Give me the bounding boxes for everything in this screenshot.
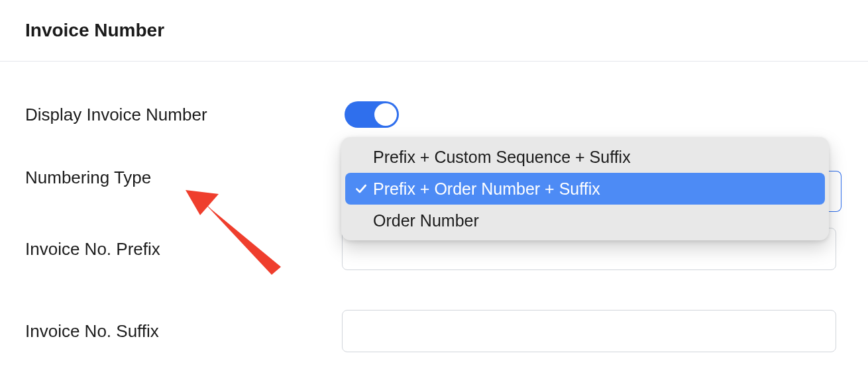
row-invoice-suffix: Invoice No. Suffix	[25, 310, 868, 352]
input-invoice-suffix[interactable]	[342, 310, 836, 352]
dropdown-option-2[interactable]: Order Number	[345, 205, 825, 236]
label-invoice-prefix: Invoice No. Prefix	[25, 239, 342, 260]
label-numbering-type: Numbering Type	[25, 168, 342, 188]
control-display-invoice-number	[342, 101, 868, 128]
check-icon	[352, 182, 370, 195]
control-invoice-suffix	[342, 310, 868, 352]
section-title: Invoice Number	[25, 20, 868, 41]
dropdown-option-label: Prefix + Custom Sequence + Suffix	[373, 148, 631, 167]
label-invoice-suffix: Invoice No. Suffix	[25, 321, 342, 342]
dropdown-option-1[interactable]: Prefix + Order Number + Suffix	[345, 173, 825, 205]
dropdown-option-label: Order Number	[373, 211, 479, 230]
row-display-invoice-number: Display Invoice Number	[25, 101, 868, 128]
dropdown-option-label: Prefix + Order Number + Suffix	[373, 179, 600, 199]
toggle-display-invoice-number[interactable]	[345, 101, 399, 128]
section-header: Invoice Number	[0, 0, 868, 62]
dropdown-option-0[interactable]: Prefix + Custom Sequence + Suffix	[345, 141, 825, 173]
numbering-type-dropdown[interactable]: Prefix + Custom Sequence + Suffix Prefix…	[341, 137, 829, 240]
label-display-invoice-number: Display Invoice Number	[25, 105, 342, 125]
toggle-knob	[374, 103, 397, 126]
numbering-type-select-border	[827, 171, 841, 212]
